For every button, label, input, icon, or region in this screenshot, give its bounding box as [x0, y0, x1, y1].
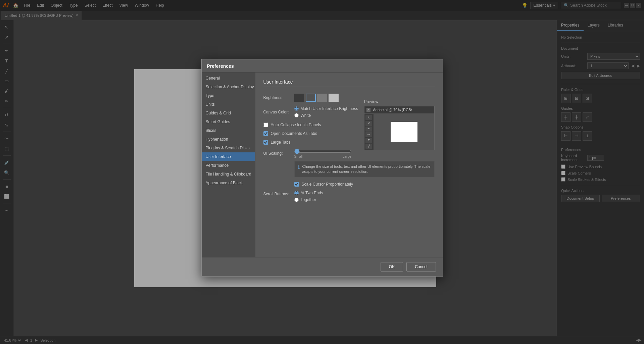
- scaling-large-label: Large: [343, 155, 351, 158]
- scale-cursor-row: Scale Cursor Proportionately: [294, 182, 435, 187]
- canvas-color-match-label: Match User Interface Brightness: [301, 106, 358, 111]
- scroll-at-two-ends[interactable]: At Two Ends: [294, 191, 323, 195]
- pref-section-title: User Interface: [263, 79, 435, 87]
- scaling-slider-wrap: Small Large: [294, 149, 435, 158]
- canvas-color-white[interactable]: White: [294, 113, 358, 118]
- brightness-swatches: [294, 94, 339, 102]
- auto-collapse-label: Auto-Collapse Iconic Panels: [271, 122, 321, 127]
- auto-collapse-checkbox[interactable]: [263, 122, 268, 127]
- scroll-two-ends-radio[interactable]: [294, 191, 299, 195]
- large-tabs-checkbox[interactable]: [263, 140, 268, 145]
- scaling-small-label: Small: [294, 155, 303, 158]
- brightness-swatch-medium-dark[interactable]: [306, 94, 316, 102]
- preferences-main-content: User Interface Brightness: Canvas Color:: [255, 72, 443, 257]
- scroll-buttons-row: Scroll Buttons: At Two Ends Together: [263, 191, 435, 202]
- pref-nav-slices[interactable]: Slices: [202, 126, 255, 135]
- preview-white-box: [391, 122, 417, 142]
- canvas-color-label: Canvas Color:: [263, 110, 290, 114]
- scale-cursor-checkbox[interactable]: [294, 182, 299, 187]
- canvas-color-white-label: White: [301, 113, 311, 118]
- scroll-buttons-label: Scroll Buttons:: [263, 191, 290, 196]
- canvas-color-white-radio[interactable]: [294, 113, 299, 117]
- canvas-color-options: Match User Interface Brightness White: [294, 106, 358, 118]
- preview-tool-3: ✒: [365, 127, 372, 132]
- scroll-two-ends-label: At Two Ends: [301, 191, 323, 195]
- scroll-together-radio[interactable]: [294, 198, 299, 202]
- ok-button[interactable]: OK: [381, 262, 403, 272]
- pref-nav-performance[interactable]: Performance: [202, 161, 255, 170]
- preview-window-close[interactable]: ✕: [366, 108, 370, 112]
- scroll-together-label: Together: [301, 197, 316, 202]
- pref-nav-file-handling[interactable]: File Handling & Clipboard: [202, 170, 255, 179]
- canvas-color-match[interactable]: Match User Interface Brightness: [294, 106, 358, 111]
- preview-tool-2: ↗: [365, 121, 372, 126]
- pref-nav-guides-grid[interactable]: Guides & Grid: [202, 109, 255, 117]
- preview-box: Preview ✕ Adobe.ai @ 70% (RGB/ ↖ ↗ ✒ ✏ T: [364, 99, 435, 150]
- preview-tool-4: ✏: [365, 132, 372, 137]
- preview-title: Preview: [364, 99, 435, 104]
- preferences-body: General Selection & Anchor Display Type …: [202, 72, 443, 257]
- info-icon: ℹ: [298, 164, 300, 175]
- ui-scaling-slider[interactable]: [294, 149, 351, 154]
- preview-window: ✕ Adobe.ai @ 70% (RGB/ ↖ ↗ ✒ ✏ T ╱: [364, 106, 435, 150]
- canvas-color-match-radio[interactable]: [294, 106, 299, 111]
- pref-nav-plugins[interactable]: Plug-ins & Scratch Disks: [202, 144, 255, 152]
- pref-nav-type[interactable]: Type: [202, 91, 255, 100]
- brightness-swatch-light[interactable]: [329, 94, 339, 102]
- ui-scaling-label: UI Scaling:: [263, 151, 290, 156]
- preview-window-titlebar: ✕ Adobe.ai @ 70% (RGB/: [364, 106, 434, 114]
- scroll-together[interactable]: Together: [294, 197, 323, 202]
- scaling-labels: Small Large: [294, 155, 351, 158]
- preview-canvas-area: ↖ ↗ ✒ ✏ T ╱: [364, 114, 434, 150]
- scale-cursor-label: Scale Cursor Proportionately: [302, 182, 353, 187]
- brightness-swatch-dark[interactable]: [294, 94, 304, 102]
- pref-nav-selection[interactable]: Selection & Anchor Display: [202, 83, 255, 91]
- large-tabs-label: Large Tabs: [271, 140, 291, 145]
- cancel-button[interactable]: Cancel: [406, 262, 436, 272]
- preview-tool-5: T: [365, 138, 372, 143]
- brightness-swatch-medium-light[interactable]: [317, 94, 327, 102]
- preview-mini-toolbar: ↖ ↗ ✒ ✏ T ╱: [364, 114, 374, 150]
- preferences-title-bar: Preferences: [202, 59, 443, 72]
- preview-tool-1: ↖: [365, 115, 372, 120]
- scaling-info-text: Change the size of tools, text and other…: [302, 164, 431, 175]
- pref-nav-general[interactable]: General: [202, 74, 255, 83]
- scaling-info-box: ℹ Change the size of tools, text and oth…: [294, 161, 435, 178]
- pref-nav-user-interface[interactable]: User Interface: [202, 152, 255, 161]
- pref-nav-hyphenation[interactable]: Hyphenation: [202, 135, 255, 144]
- preferences-title: Preferences: [207, 63, 234, 69]
- open-docs-tabs-label: Open Documents As Tabs: [271, 131, 317, 136]
- pref-nav-appearance-black[interactable]: Appearance of Black: [202, 179, 255, 187]
- preview-window-title: Adobe.ai @ 70% (RGB/: [373, 108, 412, 112]
- preview-canvas: [374, 114, 434, 150]
- preview-tool-6: ╱: [365, 144, 372, 149]
- pref-nav-smart-guides[interactable]: Smart Guides: [202, 117, 255, 126]
- preferences-dialog: Preferences General Selection & Anchor D…: [201, 59, 443, 277]
- preferences-sidebar: General Selection & Anchor Display Type …: [202, 72, 255, 257]
- brightness-label: Brightness:: [263, 95, 290, 100]
- preferences-buttons: OK Cancel: [202, 257, 443, 276]
- open-docs-tabs-checkbox[interactable]: [263, 131, 268, 136]
- scroll-buttons-options: At Two Ends Together: [294, 191, 323, 202]
- ui-scaling-row: UI Scaling: Small Large: [263, 149, 435, 158]
- pref-nav-units[interactable]: Units: [202, 100, 255, 109]
